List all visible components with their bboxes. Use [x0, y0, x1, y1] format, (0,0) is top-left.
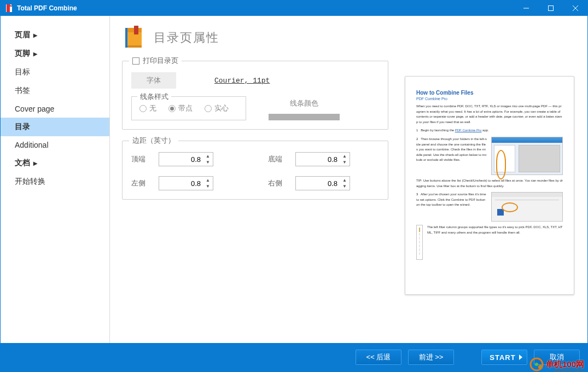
app-window: Total PDF Combine 页眉▸页脚▸目标书签Cover page目录…: [0, 0, 588, 372]
body: 页眉▸页脚▸目标书签Cover page目录Additional文档▸开始转换: [1, 16, 587, 343]
svg-rect-11: [127, 45, 142, 48]
preview-text: 2 Then browse through your folders in th…: [416, 137, 487, 172]
app-title: Total PDF Combine: [17, 4, 514, 12]
svg-rect-1: [7, 4, 10, 12]
font-button[interactable]: 字体: [131, 72, 176, 89]
print-toc-label: 打印目录页: [143, 56, 178, 66]
close-button[interactable]: [563, 1, 587, 16]
sidebar-item-5[interactable]: 目录: [1, 118, 109, 136]
svg-point-13: [535, 363, 538, 366]
sidebar-item-label: 开始转换: [15, 177, 45, 187]
sidebar-item-label: Cover page: [15, 104, 54, 113]
sidebar-item-label: 页脚: [15, 49, 30, 59]
margins-fieldset: 边距（英寸） 顶端 0.8▲▼ 底端 0.8▲▼ 左侧 0.8▲▼ 右侧 0.8…: [122, 141, 388, 200]
margin-bottom-label: 底端: [268, 154, 295, 164]
toc-icon: [122, 26, 146, 50]
margin-top-input[interactable]: 0.8▲▼: [159, 152, 213, 166]
preview-title: How to Combine Files: [416, 90, 563, 96]
sidebar-item-2[interactable]: 目标: [1, 63, 109, 82]
margin-right-label: 右侧: [268, 178, 295, 188]
watermark-icon: [529, 357, 544, 371]
line-style-solid[interactable]: 实心: [205, 103, 229, 113]
line-color-column: 线条颜色: [268, 96, 340, 120]
chevron-right-icon: ▸: [33, 49, 37, 58]
preview-text: The left filter column groups supported …: [427, 225, 563, 257]
preview-screenshot: [491, 137, 563, 175]
sidebar-item-label: Additional: [15, 141, 49, 149]
preview-document: How to Combine Files PDF Combine Pro Whe…: [405, 76, 574, 295]
minimize-button[interactable]: [514, 1, 538, 16]
settings-panel: 目录页属性 打印目录页 字体 Courier, 11pt 线条样式: [110, 16, 401, 343]
print-toc-checkbox[interactable]: [132, 57, 139, 65]
preview-screenshot: [416, 225, 423, 260]
preview-text: 3 After you've chosen your source files …: [416, 192, 487, 218]
app-icon: [5, 4, 14, 13]
preview-text: When you need to combine PDF, DOC, TXT, …: [416, 104, 563, 125]
sidebar-item-label: 目录: [15, 122, 30, 132]
sidebar-item-6[interactable]: Additional: [1, 136, 109, 154]
chevron-right-icon: ▸: [33, 159, 37, 167]
line-style-none[interactable]: 无: [139, 103, 156, 113]
maximize-button[interactable]: [538, 1, 563, 16]
margin-left-input[interactable]: 0.8▲▼: [159, 176, 213, 190]
line-style-legend: 线条样式: [137, 92, 171, 102]
start-button[interactable]: START: [481, 350, 527, 365]
font-row: 字体 Courier, 11pt: [131, 72, 379, 89]
preview-text: 1 Begin by launching the PDF Combine Pro…: [416, 128, 563, 133]
preview-screenshot: [491, 192, 563, 222]
watermark: 单机100网 danji100.com: [529, 357, 584, 371]
margin-top-label: 顶端: [131, 154, 159, 164]
sidebar: 页眉▸页脚▸目标书签Cover page目录Additional文档▸开始转换: [1, 16, 110, 343]
sidebar-item-1[interactable]: 页脚▸: [1, 44, 109, 63]
margin-bottom-input[interactable]: 0.8▲▼: [295, 152, 350, 166]
margins-legend: 边距（英寸）: [129, 136, 178, 146]
svg-point-15: [539, 367, 541, 368]
sidebar-item-8[interactable]: 开始转换: [1, 172, 109, 191]
preview-pane: How to Combine Files PDF Combine Pro Whe…: [401, 16, 587, 343]
sidebar-item-3[interactable]: 书签: [1, 82, 109, 100]
sidebar-item-label: 页眉: [15, 30, 30, 40]
main: 目录页属性 打印目录页 字体 Courier, 11pt 线条样式: [110, 16, 587, 343]
titlebar: Total PDF Combine: [1, 1, 587, 16]
sidebar-item-label: 文档: [15, 158, 30, 168]
sidebar-item-label: 目标: [15, 67, 30, 77]
line-style-fieldset: 线条样式 无 带点 实心: [131, 96, 246, 120]
preview-subtitle: PDF Combine Pro: [416, 97, 563, 101]
line-color-swatch[interactable]: [269, 114, 340, 120]
line-color-label: 线条颜色: [268, 96, 340, 111]
sidebar-item-0[interactable]: 页眉▸: [1, 26, 109, 44]
footer: << 后退 前进 >> START 取消 单机100网 danji100.com: [1, 343, 587, 371]
margin-left-label: 左侧: [131, 178, 159, 188]
svg-rect-4: [548, 6, 553, 11]
svg-rect-10: [134, 26, 138, 34]
chevron-right-icon: ▸: [33, 31, 37, 39]
watermark-sub: danji100.com: [554, 367, 583, 372]
line-style-dotted[interactable]: 带点: [168, 103, 193, 113]
print-toc-fieldset: 打印目录页 字体 Courier, 11pt 线条样式 无 带点 实心: [122, 61, 388, 130]
sidebar-item-4[interactable]: Cover page: [1, 100, 109, 118]
font-value[interactable]: Courier, 11pt: [214, 77, 270, 85]
preview-text: TIP: Use buttons above the list (Check/U…: [416, 178, 563, 189]
back-button[interactable]: << 后退: [356, 350, 401, 365]
forward-button[interactable]: 前进 >>: [408, 350, 454, 365]
margin-right-input[interactable]: 0.8▲▼: [295, 176, 350, 190]
window-controls: [514, 1, 587, 16]
sidebar-item-7[interactable]: 文档▸: [1, 154, 109, 172]
sidebar-item-label: 书签: [15, 86, 30, 96]
page-title: 目录页属性: [154, 30, 219, 46]
page-title-row: 目录页属性: [122, 26, 388, 50]
print-toc-legend: 打印目录页: [129, 56, 182, 66]
